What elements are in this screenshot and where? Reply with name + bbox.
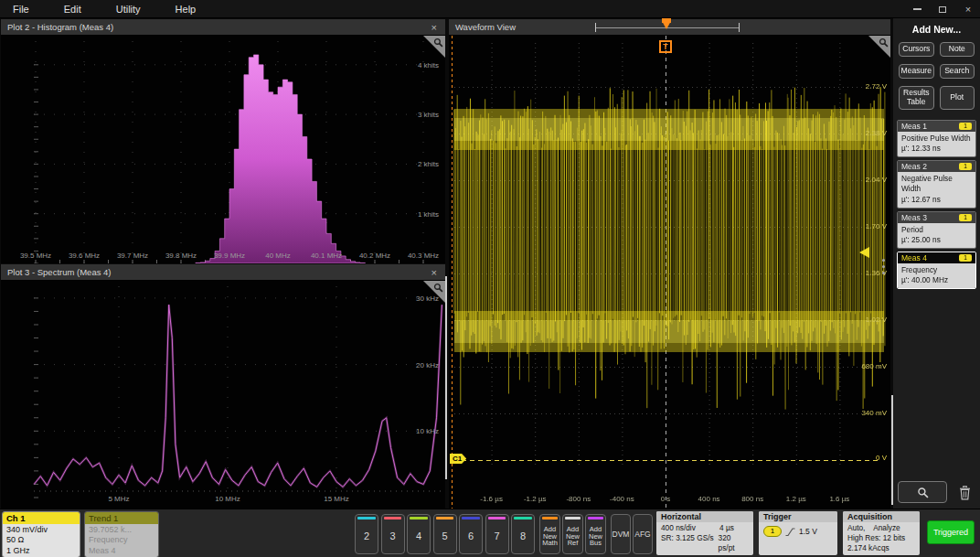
add-new-cursors-button[interactable]: Cursors [899,42,934,57]
channel-4-button[interactable]: 4 [407,514,431,554]
measurement-mean: µ': 12.33 ns [901,144,972,155]
hist-x-tick: 39.8 MHz [165,252,197,260]
wave-t-tick: -1.6 µs [480,495,503,503]
histogram-zoom-corner-button[interactable] [423,36,445,58]
measurement-badge-meas-1[interactable]: Meas 11Positive Pulse Widthµ': 12.33 ns [897,120,976,157]
spectrum-panel: Plot 3 - Spectrum (Meas 4) × 5 MHz10 MHz… [0,263,446,509]
results-sidebar: Add New... CursorsNoteMeasureSearchResul… [893,18,980,509]
trend-1-badge-details: 39.7052 k...FrequencyMeas 4 [85,524,158,557]
add-new-ref-button[interactable]: Add New Ref [562,514,583,554]
zero-volt-label: 0 V [876,454,887,462]
spectrum-data [34,305,442,487]
measurement-badge-meas-2[interactable]: Meas 21Negative Pulse Widthµ': 12.67 ns [897,160,976,209]
channel-7-button[interactable]: 7 [485,514,509,554]
trigger-status-badge[interactable]: Triggered [927,520,975,544]
horizontal-panel[interactable]: Horizontal 400 ns/div4 µsSR: 3.125 GS/s3… [656,511,753,555]
magnifier-icon [433,37,443,48]
wave-v-tick: 2.38 V [866,129,887,137]
oscilloscope-app: FileEditUtilityHelp × Plot 2 - Histogram… [0,0,980,557]
spectrum-panel-title: Plot 3 - Spectrum (Meas 4) [7,267,112,277]
close-histogram-button[interactable]: × [430,19,439,36]
add-new-note-button[interactable]: Note [940,42,975,57]
minimize-button[interactable] [911,3,923,16]
restore-button[interactable] [936,3,949,16]
waveform-panel: Waveform View 2.72 V2.38 V2.04 V1.70 V1.… [448,18,891,509]
channel-setting: 1 GHz [6,546,76,556]
spectrum-panel-header[interactable]: Plot 3 - Spectrum (Meas 4) × [1,264,445,281]
wave-t-tick: 1.6 µs [829,495,849,503]
menu-file[interactable]: File [0,0,42,18]
menu-help[interactable]: Help [163,0,209,18]
splitter-handle[interactable] [882,259,885,274]
source-channel-badge: 1 [959,163,972,170]
hist-y-tick: 4 khits [418,61,439,70]
source-channel-badge: 1 [959,123,972,130]
add-new-results-table-button[interactable]: Results Table [899,86,934,110]
trend-1-badge-title: Trend 1 [85,512,158,524]
measurement-badge-meas-4[interactable]: Meas 41Frequencyµ': 40.00 MHz [897,252,976,289]
add-new-search-button[interactable]: Search [940,64,975,79]
add-new-title: Add New... [893,18,980,38]
measurement-mean: µ': 12.67 ns [901,195,972,206]
acquisition-value: 2.174 kAcqs [847,543,915,553]
measurement-type: Positive Pulse Width [901,134,972,145]
measurement-header: Meas 21 [898,161,975,172]
waveform-canvas[interactable] [449,36,890,509]
channel-8-button[interactable]: 8 [511,514,535,554]
measurement-name: Meas 2 [901,162,927,171]
measurement-header: Meas 41 [898,252,975,263]
measurement-badge-meas-3[interactable]: Meas 31Periodµ': 25.00 ns [897,211,976,249]
measurement-header: Meas 31 [898,212,975,223]
measurement-name: Meas 4 [901,253,927,262]
waveform-plot[interactable]: 2.72 V2.38 V2.04 V1.70 V1.36 V1.02 V680 … [449,36,890,509]
magnifier-icon [433,283,443,293]
spectrum-plot[interactable]: 5 MHz10 MHz15 MHz30 kHz20 kHz10 kHz [1,281,445,509]
magnifier-icon [879,37,889,48]
add-new-measure-button[interactable]: Measure [899,64,934,79]
left-splitter-thumb[interactable] [445,276,447,479]
wave-t-tick: 400 ns [698,495,720,503]
trigger-position-marker-icon[interactable] [662,21,671,29]
trigger-level-indicator[interactable] [859,247,869,258]
sidebar-tools [898,481,975,503]
measurement-mean: µ': 40.00 MHz [901,275,972,286]
horizontal-value: RL: 12.5 kpts [661,554,719,555]
channel-5-button[interactable]: 5 [433,514,457,554]
horizontal-panel-details: 400 ns/div4 µsSR: 3.125 GS/s320 ps/ptRL:… [656,522,753,555]
add-new-math-button[interactable]: Add New Math [539,514,560,554]
afg-button[interactable]: AFG [633,514,653,554]
channel-2-button[interactable]: 2 [355,514,378,554]
menu-utility[interactable]: Utility [103,0,154,18]
trigger-settings: 1 1.5 V [763,523,833,537]
horizontal-row: RL: 12.5 kpts50% [661,554,749,555]
menu-edit[interactable]: Edit [51,0,94,18]
measurement-type: Frequency [901,265,972,276]
delete-button[interactable] [953,481,975,503]
spectrum-zoom-corner-button[interactable] [423,281,445,303]
dvm-button[interactable]: DVM [611,514,631,554]
trend-1-badge[interactable]: Trend 1 39.7052 k...FrequencyMeas 4 [84,511,159,557]
acquisition-panel[interactable]: Acquisition Auto, AnalyzeHigh Res: 12 bi… [843,511,920,555]
horizontal-panel-title: Horizontal [656,511,753,522]
close-button[interactable]: × [962,3,975,16]
zoom-mode-button[interactable] [898,481,947,503]
acquisition-panel-details: Auto, AnalyzeHigh Res: 12 bits2.174 kAcq… [843,522,920,555]
add-new-bus-button[interactable]: Add New Bus [585,514,606,554]
spec-x-tick: 10 MHz [215,495,240,503]
histogram-panel-header[interactable]: Plot 2 - Histogram (Meas 4) × [1,19,445,36]
wave-t-tick: -800 ns [566,495,591,503]
close-spectrum-button[interactable]: × [430,264,439,281]
add-new-plot-button[interactable]: Plot [940,86,975,110]
channel-1-badge[interactable]: Ch 1 340 mV/div50 Ω1 GHz [2,511,80,557]
histogram-plot[interactable]: 39.5 MHz39.6 MHz39.7 MHz39.8 MHz39.9 MHz… [1,36,445,264]
trigger-symbol-icon[interactable]: T [659,40,672,53]
horizontal-zoom-slider[interactable] [595,23,740,32]
channel-6-button[interactable]: 6 [459,514,483,554]
waveform-panel-header[interactable]: Waveform View [449,19,890,36]
channel-3-button[interactable]: 3 [381,514,405,554]
waveform-zoom-corner-button[interactable] [868,36,890,58]
add-new-label: Add New Ref [566,520,580,553]
hist-x-tick: 40.2 MHz [359,252,390,260]
trigger-panel[interactable]: Trigger 1 1.5 V [759,511,837,555]
measurement-name: Meas 3 [901,213,927,222]
